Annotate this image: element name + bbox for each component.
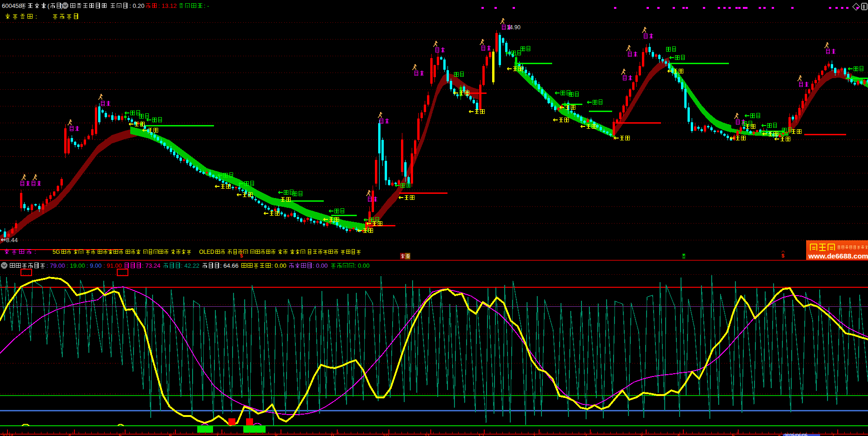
svg-text:10: 10 (382, 433, 389, 436)
svg-text:5: 5 (119, 433, 122, 436)
svg-text:: 0.20: : 0.20 (129, 2, 145, 9)
svg-text:: 0.00: : 0.00 (313, 262, 328, 269)
svg-text:12: 12 (478, 433, 484, 436)
svg-text:: 0.00: : 0.00 (271, 262, 287, 269)
svg-text:: -: : - (204, 2, 209, 9)
svg-text:5: 5 (732, 433, 735, 436)
svg-text:4: 4 (68, 433, 71, 436)
svg-text:www.de6688.com: www.de6688.com (808, 252, 868, 260)
svg-text:600458: 600458 (2, 2, 22, 9)
svg-text:8.44: 8.44 (6, 237, 18, 244)
svg-text::: : (34, 248, 36, 255)
svg-text:: 91.00: : 91.00 (103, 262, 122, 269)
svg-text:2: 2 (584, 433, 587, 436)
svg-text:: 64.66: : 64.66 (220, 262, 239, 269)
svg-text:5G: 5G (53, 249, 60, 255)
svg-text:6: 6 (169, 433, 172, 436)
svg-text:2025/06/05: 2025/06/05 (784, 433, 808, 436)
svg-text:: 42.22: : 42.22 (181, 262, 200, 269)
svg-text:8: 8 (274, 433, 278, 436)
svg-text:1: 1 (533, 433, 536, 436)
svg-text:: 79.00: : 79.00 (47, 262, 65, 269)
svg-text:3: 3 (640, 433, 643, 436)
svg-text:OLED: OLED (199, 249, 214, 255)
svg-text:: 13.12: : 13.12 (158, 2, 177, 9)
svg-text:(: ( (47, 2, 50, 9)
svg-text:4: 4 (677, 433, 680, 436)
svg-text:: 0.00: : 0.00 (354, 262, 370, 269)
svg-text:$: $ (240, 253, 243, 258)
svg-text:7: 7 (215, 433, 219, 436)
svg-text:14.90: 14.90 (507, 24, 521, 31)
svg-text:: 9.00: : 9.00 (87, 262, 102, 269)
svg-text:$: $ (778, 434, 781, 436)
svg-text:$: $ (781, 253, 784, 258)
svg-text:9: 9 (331, 433, 334, 436)
svg-text::: : (35, 13, 37, 20)
svg-text:: 73.24: : 73.24 (142, 262, 160, 269)
svg-text:7: 7 (831, 433, 835, 436)
svg-text:: 19.00: : 19.00 (67, 262, 85, 269)
svg-text:11: 11 (424, 433, 430, 436)
svg-text:2024: 2024 (1, 433, 13, 436)
